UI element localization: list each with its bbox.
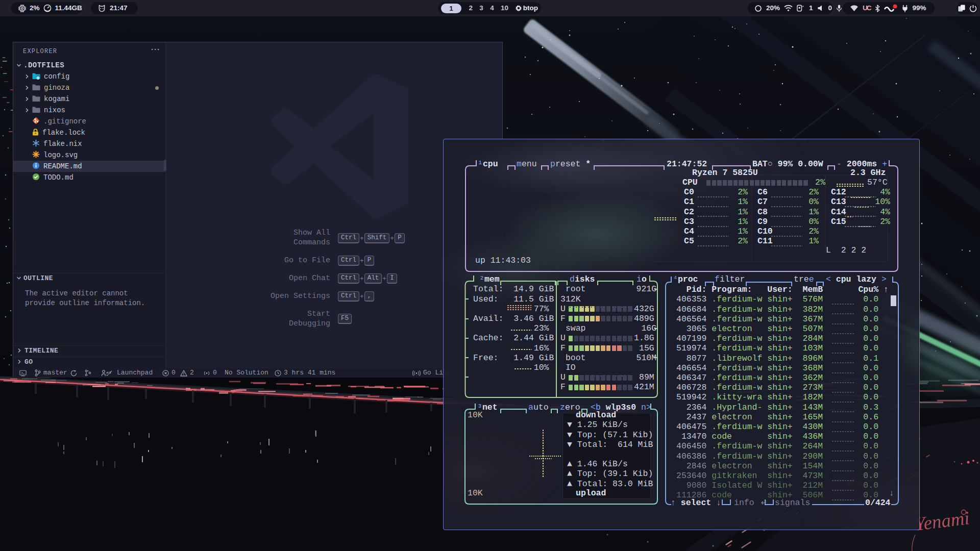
svg-text:*: * bbox=[802, 5, 804, 9]
